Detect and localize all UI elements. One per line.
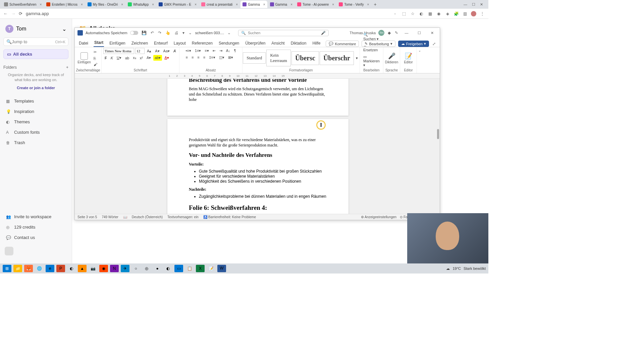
diamond-icon[interactable]: ◆ xyxy=(387,31,391,35)
taskbar-app-vlc[interactable]: ▲ xyxy=(78,265,87,272)
chevron-down-icon[interactable]: ⌄ xyxy=(188,31,193,35)
side-panel-icon[interactable]: ▥ xyxy=(462,11,468,16)
freigeben-button[interactable]: ☁ Freigeben ▾ xyxy=(398,41,429,47)
taskbar-app-edge[interactable]: e xyxy=(46,265,54,272)
close-icon[interactable]: × xyxy=(367,3,369,6)
browser-tab-active[interactable]: Gamma× xyxy=(240,1,267,8)
paste-button[interactable]: Einfügen xyxy=(77,52,91,64)
browser-tab[interactable]: Schweißverfahren× xyxy=(2,1,44,8)
tab-referenzen[interactable]: Referenzen xyxy=(191,40,213,47)
window-close-icon[interactable]: ✕ xyxy=(480,2,483,7)
window-maximize-icon[interactable]: ☐ xyxy=(472,2,475,7)
document-area[interactable]: Beschreibung des Verfahrens und seiner V… xyxy=(75,79,440,214)
line-spacing-button[interactable]: ‡≡▾ xyxy=(208,55,217,60)
horizontal-ruler[interactable]: 123456789101112131415 xyxy=(75,73,440,79)
tab-layout[interactable]: Layout xyxy=(173,40,186,47)
editor-button[interactable]: 📝Editor xyxy=(404,52,413,64)
extension-icon[interactable]: ⬚ xyxy=(401,11,407,16)
document-page[interactable]: Produktivität und eignet sich für versch… xyxy=(167,119,348,214)
sidebar-item-templates[interactable]: ▦Templates xyxy=(3,97,68,106)
chevron-down-icon[interactable]: ⌄ xyxy=(227,31,231,35)
style-ueberschrift2[interactable]: Überschr xyxy=(320,51,354,65)
browser-menu-icon[interactable]: ⋮ xyxy=(480,11,485,16)
decrease-indent-button[interactable]: ⇤ xyxy=(211,48,217,54)
close-icon[interactable]: × xyxy=(195,3,197,6)
browser-tab[interactable]: Tome - Verify× xyxy=(337,1,371,8)
tab-sendungen[interactable]: Sendungen xyxy=(218,40,240,47)
close-icon[interactable]: × xyxy=(236,3,238,6)
replace-button[interactable]: ↔ Ersetzen xyxy=(362,43,381,53)
save-icon[interactable]: 💾 xyxy=(141,31,147,35)
close-icon[interactable]: × xyxy=(121,3,123,6)
sort-button[interactable]: A↓ xyxy=(225,48,232,54)
word-count[interactable]: 749 Wörter xyxy=(102,215,118,219)
browser-tab[interactable]: My files - OneDri× xyxy=(86,1,125,8)
shading-button[interactable]: ◫▾ xyxy=(218,55,226,60)
number-list-button[interactable]: 1≡▾ xyxy=(194,48,203,54)
underline-button[interactable]: U▾ xyxy=(115,55,123,61)
all-decks-button[interactable]: ▭ All decks xyxy=(3,49,68,59)
taskbar-app[interactable]: ◎ xyxy=(142,265,151,272)
tab-diktieren[interactable]: Diktation xyxy=(290,40,307,47)
extension-icon[interactable]: ◉ xyxy=(436,11,441,16)
font-size-select[interactable] xyxy=(135,48,145,54)
taskbar-app[interactable]: 📋 xyxy=(185,265,194,272)
taskbar-app[interactable]: ◐ xyxy=(164,265,172,272)
word-search-input[interactable]: 🔍 Suchen 🎤 xyxy=(238,30,329,36)
taskbar-app-excel[interactable]: X xyxy=(196,265,205,272)
style-kein-leerraum[interactable]: Kein Leerraum xyxy=(266,50,291,66)
profile-avatar[interactable] xyxy=(471,11,476,16)
browser-tab[interactable]: WhatsApp× xyxy=(126,1,156,8)
browser-tab[interactable]: creat a presentati× xyxy=(199,1,240,8)
sidebar-item-trash[interactable]: 🗑Trash xyxy=(3,138,68,147)
tab-entwurf[interactable]: Entwurf xyxy=(153,40,168,47)
taskbar-app-telegram[interactable]: ✈ xyxy=(121,265,129,272)
close-icon[interactable]: × xyxy=(40,3,42,6)
taskbar-app-chrome[interactable]: 🌐 xyxy=(35,265,44,272)
sidebar-item-credits[interactable]: ◎129 credits xyxy=(3,223,68,232)
workspace-switcher[interactable]: T Tom ⌄ xyxy=(3,23,68,34)
page-count[interactable]: Seite 3 von 5 xyxy=(77,215,97,219)
nav-reload-icon[interactable]: ⟳ xyxy=(19,11,22,16)
clear-format-icon[interactable]: A̸ xyxy=(172,48,177,54)
bold-button[interactable]: F xyxy=(103,55,108,61)
search-input[interactable]: 🔍 Jump to Ctrl+K xyxy=(3,38,68,46)
window-minimize-icon[interactable]: — xyxy=(464,2,467,7)
close-icon[interactable]: × xyxy=(290,3,292,6)
sidebar-item-invite[interactable]: 👥Invite to workspace xyxy=(3,212,68,221)
print-icon[interactable]: 🖨 xyxy=(174,31,179,35)
touch-mode-icon[interactable]: 👆 xyxy=(165,31,171,35)
extension-icon[interactable]: ◦ xyxy=(392,11,398,16)
taskbar-app[interactable]: ○ xyxy=(131,265,140,272)
browser-tab[interactable]: GMX Premium - E× xyxy=(157,1,199,8)
document-title[interactable]: schweißen 003.... xyxy=(195,31,224,35)
tab-start[interactable]: Start xyxy=(94,39,104,47)
window-maximize-icon[interactable]: ☐ xyxy=(414,31,424,35)
text-predict-status[interactable]: Textvorhersagen: ein xyxy=(167,215,199,219)
close-icon[interactable]: × xyxy=(152,3,154,6)
undo-icon[interactable]: ↶ xyxy=(150,31,155,35)
taskbar-app[interactable]: 📷 xyxy=(89,265,97,272)
decrease-font-icon[interactable]: A▾ xyxy=(154,48,161,54)
window-close-icon[interactable]: ✕ xyxy=(427,31,437,35)
tab-ansicht[interactable]: Ansicht xyxy=(271,40,285,47)
justify-button[interactable]: ≡ xyxy=(202,55,207,60)
weather-icon[interactable]: ☁ xyxy=(446,266,450,271)
taskbar-app-word[interactable]: W xyxy=(217,265,226,272)
autosave-toggle[interactable] xyxy=(130,31,138,35)
extension-icon[interactable]: ◈ xyxy=(445,11,450,16)
extensions-menu-icon[interactable]: 🧩 xyxy=(453,11,459,16)
cut-icon[interactable]: ✂ xyxy=(92,49,98,55)
browser-tab[interactable]: Tome - AI-powere× xyxy=(295,1,336,8)
pen-icon[interactable]: ✎ xyxy=(394,31,399,35)
extension-icon[interactable]: ▦ xyxy=(427,11,433,16)
language-status[interactable]: Deutsch (Österreich) xyxy=(132,215,163,219)
align-center-button[interactable]: ≡ xyxy=(190,55,195,60)
align-right-button[interactable]: ≡ xyxy=(196,55,201,60)
bookmark-icon[interactable]: ☆ xyxy=(410,11,415,16)
window-minimize-icon[interactable]: — xyxy=(401,31,412,35)
font-family-select[interactable] xyxy=(103,48,134,54)
taskbar-app[interactable]: ◐ xyxy=(67,265,76,272)
increase-font-icon[interactable]: A▴ xyxy=(146,48,153,54)
url-field[interactable]: gamma.app xyxy=(26,11,389,16)
